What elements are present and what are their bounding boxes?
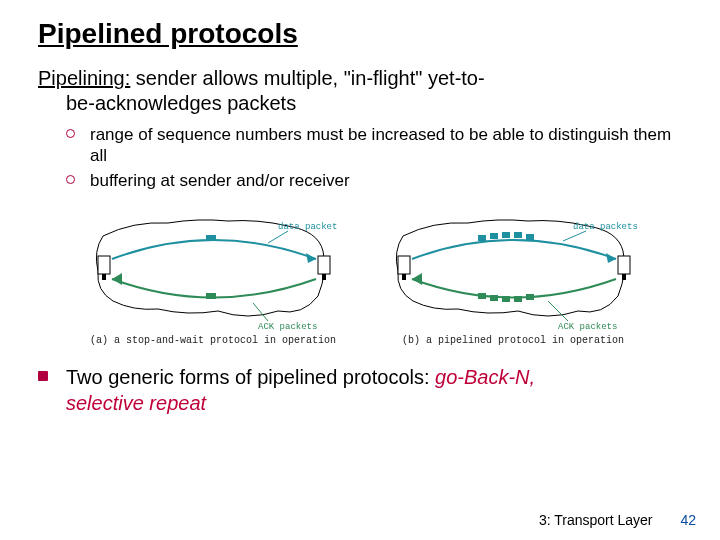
svg-rect-13 (622, 274, 626, 280)
footer-page-number: 42 (680, 512, 696, 528)
svg-rect-1 (102, 274, 106, 280)
svg-rect-24 (514, 296, 522, 302)
figure-row: data packet ACK packets (a) a stop-and-w… (78, 201, 682, 346)
figure-b: data packets ACK packets (b) a pipelined… (378, 201, 648, 346)
svg-rect-11 (402, 274, 406, 280)
svg-rect-21 (478, 293, 486, 299)
svg-marker-20 (412, 273, 422, 285)
svg-rect-19 (526, 234, 534, 240)
bottom-text: Two generic forms of pipelined protocols… (66, 366, 435, 388)
figure-a-svg: data packet ACK packets (78, 201, 348, 331)
svg-line-9 (253, 303, 268, 321)
sub-bullet-2: buffering at sender and/or receiver (90, 170, 682, 191)
figure-a: data packet ACK packets (a) a stop-and-w… (78, 201, 348, 346)
svg-line-8 (268, 231, 288, 243)
sub-bullet-list: range of sequence numbers must be increa… (38, 124, 682, 191)
lead-paragraph: Pipelining: sender allows multiple, "in-… (38, 66, 682, 116)
figure-b-svg: data packets ACK packets (378, 201, 648, 331)
sub-bullet-1: range of sequence numbers must be increa… (90, 124, 682, 167)
svg-line-27 (548, 301, 568, 321)
svg-rect-22 (490, 295, 498, 301)
svg-rect-18 (514, 232, 522, 238)
bottom-em-1: go-Back-N, (435, 366, 535, 388)
svg-rect-16 (490, 233, 498, 239)
figB-label-ack: ACK packets (558, 322, 617, 331)
svg-rect-15 (478, 235, 486, 241)
svg-rect-7 (206, 293, 216, 299)
svg-rect-5 (206, 235, 216, 241)
svg-rect-2 (318, 256, 330, 274)
figure-a-caption: (a) a stop-and-wait protocol in operatio… (78, 335, 348, 346)
bottom-em-2: selective repeat (66, 392, 206, 414)
svg-rect-25 (526, 294, 534, 300)
svg-line-26 (563, 231, 586, 241)
bottom-bullet: Two generic forms of pipelined protocols… (38, 364, 682, 416)
figB-label-data: data packets (573, 222, 638, 232)
slide: Pipelined protocols Pipelining: sender a… (0, 0, 720, 540)
svg-rect-10 (398, 256, 410, 274)
svg-rect-12 (618, 256, 630, 274)
figA-label-ack: ACK packets (258, 322, 317, 331)
svg-rect-23 (502, 296, 510, 302)
svg-marker-6 (112, 273, 122, 285)
lead-text-1: sender allows multiple, "in-flight" yet-… (130, 67, 484, 89)
lead-text-2: be-acknowledges packets (38, 92, 296, 114)
svg-rect-0 (98, 256, 110, 274)
svg-rect-17 (502, 232, 510, 238)
figA-label-data: data packet (278, 222, 337, 232)
slide-title: Pipelined protocols (38, 18, 682, 50)
svg-rect-3 (322, 274, 326, 280)
figure-b-caption: (b) a pipelined protocol in operation (378, 335, 648, 346)
footer-chapter: 3: Transport Layer (539, 512, 653, 528)
lead-term: Pipelining: (38, 67, 130, 89)
slide-footer: 3: Transport Layer 42 (539, 512, 696, 528)
